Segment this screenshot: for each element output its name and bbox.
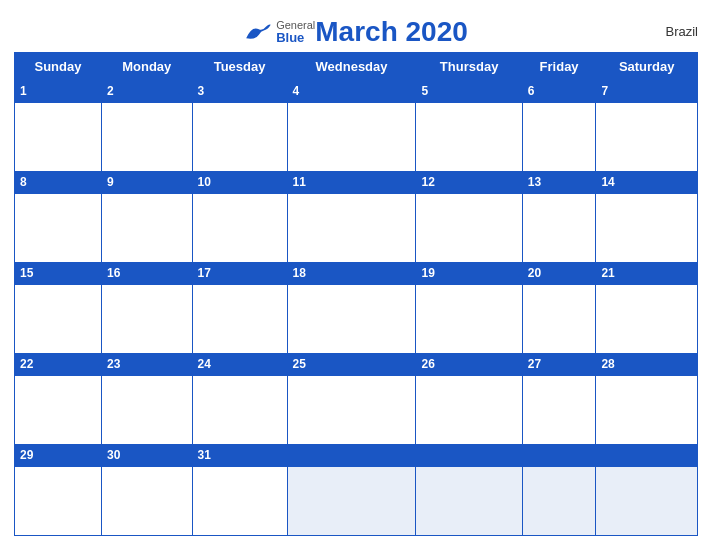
week-5-day-6-number <box>596 444 698 466</box>
week-2-day-1-cell <box>101 193 192 262</box>
week-1-day-4-cell <box>416 102 522 171</box>
week-1-day-3-number: 4 <box>287 81 416 103</box>
week-3-day-4-number: 19 <box>416 262 522 284</box>
week-3-day-2-cell <box>192 284 287 353</box>
week-1-day-1-number: 2 <box>101 81 192 103</box>
week-2-day-1-number: 9 <box>101 171 192 193</box>
weekday-header-row: Sunday Monday Tuesday Wednesday Thursday… <box>15 53 698 81</box>
week-1-day-5-number: 6 <box>522 81 596 103</box>
week-1-day-0-number: 1 <box>15 81 102 103</box>
col-sunday: Sunday <box>15 53 102 81</box>
week-5-content-row <box>15 466 698 535</box>
week-2-content-row <box>15 193 698 262</box>
week-3-day-2-number: 17 <box>192 262 287 284</box>
week-2-day-6-number: 14 <box>596 171 698 193</box>
calendar-title: March 2020 <box>315 16 468 48</box>
week-3-day-1-cell <box>101 284 192 353</box>
week-5-day-4-cell <box>416 466 522 535</box>
week-1-day-5-cell <box>522 102 596 171</box>
logo-bird-icon <box>244 22 272 42</box>
logo-text: General Blue <box>276 19 315 45</box>
week-1-day-6-cell <box>596 102 698 171</box>
week-4-day-0-cell <box>15 375 102 444</box>
week-4-day-2-number: 24 <box>192 353 287 375</box>
week-5-day-2-number: 31 <box>192 444 287 466</box>
week-4-day-5-number: 27 <box>522 353 596 375</box>
week-5-day-4-number <box>416 444 522 466</box>
week-2-day-6-cell <box>596 193 698 262</box>
col-tuesday: Tuesday <box>192 53 287 81</box>
week-3-day-0-number: 15 <box>15 262 102 284</box>
week-3-day-5-cell <box>522 284 596 353</box>
week-2-day-5-cell <box>522 193 596 262</box>
calendar-table: Sunday Monday Tuesday Wednesday Thursday… <box>14 52 698 536</box>
col-saturday: Saturday <box>596 53 698 81</box>
week-4-day-5-cell <box>522 375 596 444</box>
week-5-day-2-cell <box>192 466 287 535</box>
week-1-day-6-number: 7 <box>596 81 698 103</box>
col-wednesday: Wednesday <box>287 53 416 81</box>
week-4-day-6-number: 28 <box>596 353 698 375</box>
week-1-content-row <box>15 102 698 171</box>
week-5-day-5-number <box>522 444 596 466</box>
col-monday: Monday <box>101 53 192 81</box>
week-2-day-2-cell <box>192 193 287 262</box>
week-4-content-row <box>15 375 698 444</box>
week-3-day-3-cell <box>287 284 416 353</box>
week-5-day-5-cell <box>522 466 596 535</box>
week-5-day-3-number <box>287 444 416 466</box>
week-3-content-row <box>15 284 698 353</box>
week-5-day-0-number: 29 <box>15 444 102 466</box>
logo: General Blue <box>244 19 315 45</box>
week-5-day-6-cell <box>596 466 698 535</box>
week-2-day-5-number: 13 <box>522 171 596 193</box>
week-2-date-row: 891011121314 <box>15 171 698 193</box>
week-3-day-1-number: 16 <box>101 262 192 284</box>
calendar-header: General Blue March 2020 Brazil <box>14 10 698 52</box>
col-friday: Friday <box>522 53 596 81</box>
week-4-day-1-cell <box>101 375 192 444</box>
week-2-day-4-cell <box>416 193 522 262</box>
week-5-date-row: 293031 <box>15 444 698 466</box>
week-4-day-3-cell <box>287 375 416 444</box>
week-4-day-2-cell <box>192 375 287 444</box>
week-1-day-2-number: 3 <box>192 81 287 103</box>
week-5-day-3-cell <box>287 466 416 535</box>
week-5-day-1-cell <box>101 466 192 535</box>
week-3-day-6-cell <box>596 284 698 353</box>
country-label: Brazil <box>665 24 698 39</box>
week-3-day-0-cell <box>15 284 102 353</box>
week-2-day-4-number: 12 <box>416 171 522 193</box>
week-2-day-0-cell <box>15 193 102 262</box>
week-1-day-4-number: 5 <box>416 81 522 103</box>
week-3-day-4-cell <box>416 284 522 353</box>
week-5-day-0-cell <box>15 466 102 535</box>
week-2-day-0-number: 8 <box>15 171 102 193</box>
week-4-day-4-number: 26 <box>416 353 522 375</box>
week-3-day-3-number: 18 <box>287 262 416 284</box>
week-1-date-row: 1234567 <box>15 81 698 103</box>
week-2-day-2-number: 10 <box>192 171 287 193</box>
week-5-day-1-number: 30 <box>101 444 192 466</box>
week-4-day-4-cell <box>416 375 522 444</box>
week-3-day-5-number: 20 <box>522 262 596 284</box>
week-3-date-row: 15161718192021 <box>15 262 698 284</box>
week-1-day-2-cell <box>192 102 287 171</box>
week-2-day-3-number: 11 <box>287 171 416 193</box>
week-4-date-row: 22232425262728 <box>15 353 698 375</box>
col-thursday: Thursday <box>416 53 522 81</box>
week-2-day-3-cell <box>287 193 416 262</box>
week-1-day-3-cell <box>287 102 416 171</box>
week-1-day-0-cell <box>15 102 102 171</box>
week-3-day-6-number: 21 <box>596 262 698 284</box>
week-4-day-0-number: 22 <box>15 353 102 375</box>
logo-blue: Blue <box>276 31 315 45</box>
week-4-day-1-number: 23 <box>101 353 192 375</box>
week-1-day-1-cell <box>101 102 192 171</box>
week-4-day-3-number: 25 <box>287 353 416 375</box>
week-4-day-6-cell <box>596 375 698 444</box>
